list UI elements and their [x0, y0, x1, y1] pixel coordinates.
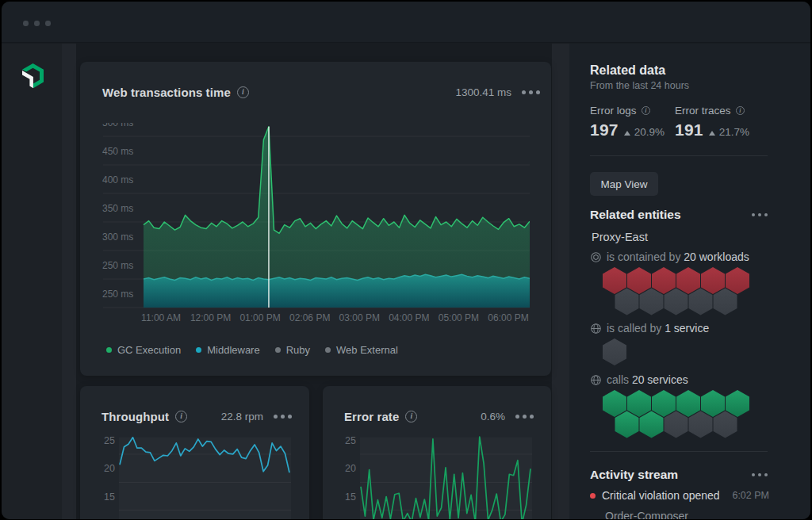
hex-grid: [602, 267, 764, 317]
throughput-card: Throughput i 22.8 rpm 252015: [80, 386, 309, 519]
stat-delta: 21.7%: [719, 126, 749, 138]
stat-error-logs: Error logs i 197 20.9%: [590, 105, 665, 140]
legend-label: GC Execution: [117, 344, 181, 356]
hexagon-red[interactable]: [603, 267, 626, 294]
relationship-text: is called by 1 service: [607, 322, 709, 335]
critical-severity-icon: [590, 493, 596, 499]
ellipsis-icon[interactable]: [274, 415, 292, 419]
card-current-value: 1300.41 ms: [455, 86, 511, 98]
window-control-dot[interactable]: [23, 21, 29, 26]
legend-item[interactable]: Web External: [325, 344, 398, 356]
hexagon-gray[interactable]: [665, 411, 688, 438]
hexagon-green[interactable]: [640, 411, 664, 438]
hexagon-green[interactable]: [603, 390, 626, 417]
y-axis-label: 20: [345, 463, 356, 474]
hexagon-green[interactable]: [676, 390, 700, 417]
panel-gutter: [552, 44, 569, 519]
stat-error-traces: Error traces i 191 21.7%: [675, 105, 749, 140]
hexagon-gray[interactable]: [714, 411, 737, 438]
stat-label: Error logs: [590, 105, 637, 117]
hexagon-green[interactable]: [701, 390, 725, 417]
ellipsis-icon[interactable]: [752, 473, 768, 476]
divider: [590, 155, 768, 156]
legend-item[interactable]: Middleware: [196, 344, 259, 356]
relationship-text: is contained by 20 workloads: [607, 250, 749, 263]
y-axis-label: 450 ms: [102, 146, 133, 157]
globe-icon: [591, 375, 601, 385]
x-axis-label: 03:00 PM: [339, 312, 380, 323]
x-axis-label: 01:00 PM: [239, 312, 280, 323]
trend-up-icon: [624, 131, 630, 136]
titlebar: [2, 2, 810, 43]
activity-stream-title: Activity stream: [590, 468, 678, 482]
legend-label: Ruby: [286, 344, 310, 356]
legend-label: Middleware: [207, 344, 259, 356]
hexagon-red[interactable]: [627, 267, 651, 294]
hexagon-red[interactable]: [726, 267, 749, 294]
throughput-chart[interactable]: 252015: [102, 432, 295, 519]
info-icon[interactable]: i: [642, 106, 651, 116]
new-relic-logo[interactable]: [22, 63, 44, 89]
y-axis-label: 350 ms: [102, 203, 133, 214]
sidebar-gutter: [62, 44, 76, 519]
hexagon-gray[interactable]: [603, 338, 626, 365]
legend-dot: [275, 347, 281, 353]
hexagon-red[interactable]: [701, 267, 725, 294]
divider: [590, 451, 768, 452]
stat-value: 197: [590, 120, 619, 140]
y-axis-label: 25: [345, 435, 356, 446]
ellipsis-icon[interactable]: [515, 415, 534, 419]
plot-background: [119, 438, 291, 520]
legend-dot: [196, 347, 201, 353]
hexagon-red[interactable]: [676, 267, 700, 294]
hexagon-green[interactable]: [652, 390, 676, 417]
workload-icon: [591, 252, 601, 262]
ellipsis-icon[interactable]: [522, 90, 540, 94]
hexagon-gray[interactable]: [689, 289, 713, 315]
entity-name[interactable]: Proxy-East: [592, 231, 648, 243]
legend-dot: [325, 347, 331, 353]
activity-item[interactable]: Critical violation opened 6:02 PM: [590, 489, 769, 502]
activity-entity[interactable]: Order-Composer: [605, 510, 688, 519]
y-axis-label: 400 ms: [102, 174, 133, 185]
x-axis-label: 04:00 PM: [389, 312, 429, 323]
relationship-row: is called by 1 service: [591, 322, 709, 335]
window-control-dot[interactable]: [34, 21, 40, 26]
relationship-count[interactable]: 1 service: [665, 322, 709, 335]
y-axis-label: 250 ms: [102, 260, 133, 271]
hexagon-red[interactable]: [652, 267, 676, 294]
card-title: Throughput: [102, 410, 169, 423]
relationship-count[interactable]: 20 services: [632, 373, 688, 386]
x-axis-label: 06:00 PM: [488, 312, 528, 323]
stat-label: Error traces: [675, 105, 731, 117]
hex-grid: [602, 390, 764, 440]
relationship-count[interactable]: 20 workloads: [684, 250, 749, 263]
hexagon-green[interactable]: [726, 390, 749, 417]
y-axis-label: 15: [104, 491, 115, 503]
error-rate-chart[interactable]: 252015: [343, 432, 536, 519]
ellipsis-icon[interactable]: [752, 213, 768, 216]
trend-up-icon: [709, 131, 715, 136]
hexagon-green[interactable]: [627, 390, 651, 417]
legend-item[interactable]: Ruby: [275, 344, 310, 356]
hexagon-green[interactable]: [615, 411, 639, 438]
info-icon[interactable]: i: [237, 86, 249, 98]
hexagon-gray[interactable]: [714, 289, 737, 315]
hexagon-gray[interactable]: [640, 289, 664, 315]
x-axis-label: 11:00 AM: [141, 312, 181, 323]
error-rate-card: Error rate i 0.6% 252015: [323, 386, 551, 519]
legend-item[interactable]: GC Execution: [106, 344, 181, 356]
info-icon[interactable]: i: [405, 411, 417, 422]
map-view-button[interactable]: Map View: [590, 172, 658, 196]
info-icon[interactable]: i: [736, 106, 745, 116]
hexagon-gray[interactable]: [665, 289, 688, 315]
info-icon[interactable]: i: [175, 411, 187, 422]
related-entities-title: Related entities: [590, 208, 681, 222]
y-axis-label: 15: [345, 491, 356, 503]
card-current-value: 22.8 rpm: [221, 411, 263, 422]
hexagon-gray[interactable]: [689, 411, 713, 438]
web-transactions-chart[interactable]: 500 ms450 ms400 ms350 ms300 ms250 ms250 …: [102, 123, 530, 327]
hexagon-gray[interactable]: [615, 289, 639, 315]
window-control-dot[interactable]: [45, 21, 51, 26]
app-window: Web transactions time i 1300.41 ms 500 m…: [2, 2, 810, 519]
